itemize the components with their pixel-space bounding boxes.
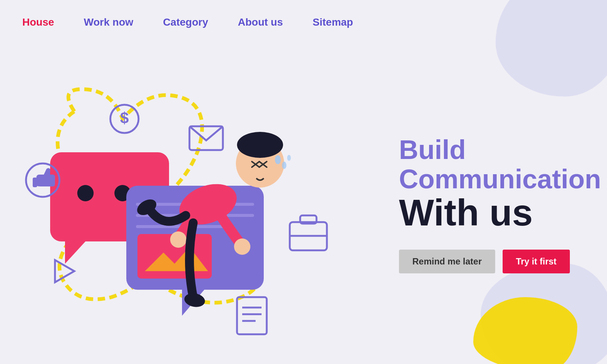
svg-rect-34 bbox=[237, 297, 267, 334]
cta-buttons: Remind me later Try it first bbox=[399, 250, 577, 273]
remind-later-button[interactable]: Remind me later bbox=[399, 250, 495, 273]
navigation: House Work now Category About us Sitemap bbox=[0, 0, 607, 45]
nav-work-now[interactable]: Work now bbox=[84, 16, 133, 28]
svg-point-13 bbox=[237, 132, 283, 158]
svg-marker-1 bbox=[65, 241, 85, 264]
hero-line3: With us bbox=[399, 194, 577, 231]
svg-text:$: $ bbox=[120, 109, 129, 127]
svg-point-21 bbox=[287, 155, 291, 161]
main-content: $ bbox=[0, 45, 607, 364]
svg-point-20 bbox=[282, 162, 286, 169]
hero-content: Build Communication With us Remind me la… bbox=[384, 45, 607, 364]
svg-rect-27 bbox=[33, 178, 37, 187]
svg-point-14 bbox=[260, 136, 275, 147]
hero-line2: Communication bbox=[399, 165, 577, 194]
nav-house[interactable]: House bbox=[22, 16, 54, 28]
svg-point-22 bbox=[170, 231, 186, 248]
illustration-area: $ bbox=[0, 45, 384, 364]
try-it-first-button[interactable]: Try it first bbox=[503, 250, 570, 273]
svg-point-23 bbox=[234, 238, 250, 255]
nav-about-us[interactable]: About us bbox=[238, 16, 283, 28]
hero-line1: Build bbox=[399, 135, 577, 165]
nav-category[interactable]: Category bbox=[163, 16, 208, 28]
nav-sitemap[interactable]: Sitemap bbox=[313, 16, 353, 28]
svg-point-19 bbox=[275, 155, 281, 164]
svg-point-2 bbox=[77, 185, 94, 201]
